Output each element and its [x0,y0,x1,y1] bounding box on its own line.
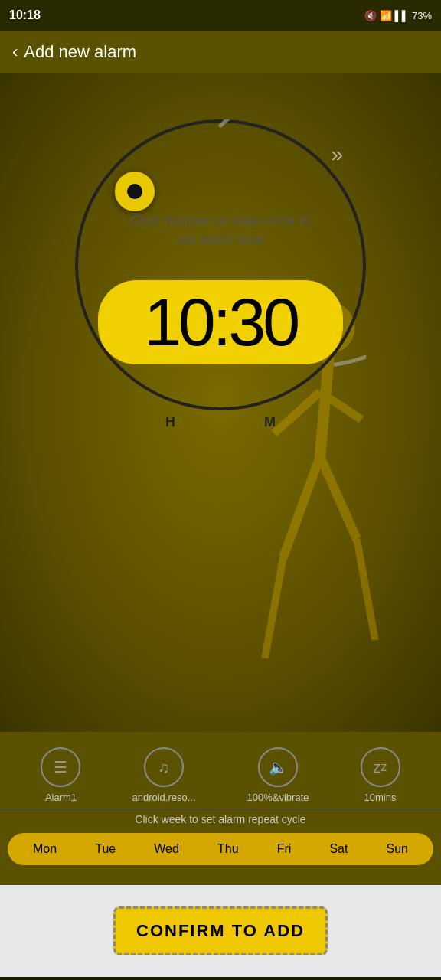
day-sun[interactable]: Sun [381,841,412,858]
hour-label: H [165,414,175,430]
minute-label: M [264,414,276,430]
day-fri[interactable]: Fri [273,841,296,858]
confirm-area: CONFIRM TO ADD [0,885,441,977]
svg-line-2 [283,456,320,557]
time-display[interactable]: 10:30 [98,280,343,364]
snooze-icon[interactable]: zz [361,747,400,787]
alarm-name-item[interactable]: ☰ Alarm1 [41,747,80,803]
alarm-name-label: Alarm1 [45,792,77,803]
time-digits: 10:30 [144,289,297,356]
back-button[interactable]: ‹ [12,42,18,62]
snooze-item[interactable]: zz 10mins [361,747,400,803]
status-icons: 🔇 📶 ▌▌ 73% [364,10,432,21]
day-tue[interactable]: Tue [90,841,120,858]
day-wed[interactable]: Wed [149,841,184,858]
ringtone-icon[interactable]: ♫ [144,747,184,787]
clock-instruction: Click number or slide circle to set alar… [121,211,320,250]
volume-label: 100%&vibrate [247,792,309,803]
day-mon[interactable]: Mon [28,841,61,858]
ringtone-label: android.reso... [132,792,195,803]
nav-bar: ||| ○ ‹ [0,977,441,980]
page-title: Add new alarm [24,42,136,62]
clock-knob[interactable] [115,172,155,211]
day-thu[interactable]: Thu [213,841,243,858]
svg-line-4 [320,456,357,539]
volume-icon[interactable]: 🔈 [258,747,298,787]
day-sat[interactable]: Sat [325,841,352,858]
minutes-display[interactable]: 30 [228,284,297,360]
svg-line-5 [357,539,375,640]
hours-display[interactable]: 10 [144,284,213,360]
controls-area: ☰ Alarm1 ♫ android.reso... 🔈 100%&vibrat… [0,732,441,885]
week-row: Mon Tue Wed Thu Fri Sat Sun [8,833,433,865]
main-clock-area: » Click number or slide circle to set al… [0,74,441,732]
time-separator: : [213,284,228,360]
forward-arrows[interactable]: » [331,142,343,167]
clock-arc-svg [75,119,366,410]
mute-icon: 🔇 [364,10,377,21]
snooze-label: 10mins [364,792,397,803]
clock-knob-inner [127,184,142,199]
time-labels: H M [98,414,343,430]
alarm-name-icon[interactable]: ☰ [41,747,80,787]
confirm-button[interactable]: CONFIRM TO ADD [113,906,328,956]
status-bar: 10:18 🔇 📶 ▌▌ 73% [0,0,441,31]
status-time: 10:18 [9,8,41,22]
header: ‹ Add new alarm [0,31,441,74]
week-instruction: Click week to set alarm repeat cycle [0,810,441,828]
wifi-icon: 📶 [380,10,392,21]
clock-container[interactable]: » Click number or slide circle to set al… [75,119,366,410]
svg-line-3 [265,557,283,658]
icon-row: ☰ Alarm1 ♫ android.reso... 🔈 100%&vibrat… [0,732,441,809]
ringtone-item[interactable]: ♫ android.reso... [132,747,195,803]
battery-text: 73% [412,10,432,21]
volume-item[interactable]: 🔈 100%&vibrate [247,747,309,803]
signal-icon: ▌▌ [395,10,409,21]
